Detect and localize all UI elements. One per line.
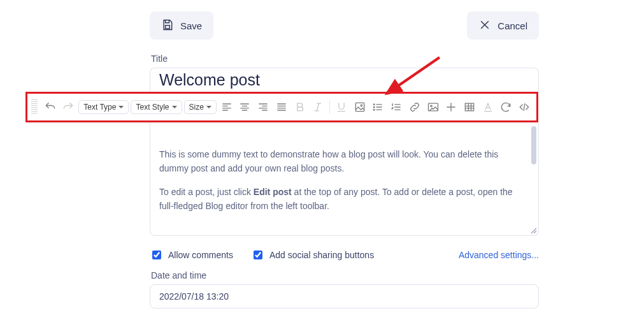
editor-paragraph: To edit a post, just click Edit post at … bbox=[159, 185, 529, 213]
editor-paragraph: This is some dummy text to demonstrate h… bbox=[159, 148, 529, 175]
allow-comments-label: Allow comments bbox=[168, 250, 233, 260]
svg-rect-8 bbox=[465, 103, 473, 111]
add-social-checkbox[interactable]: Add social sharing buttons bbox=[251, 249, 374, 261]
bullet-list-icon[interactable] bbox=[370, 99, 387, 115]
chevron-down-icon bbox=[118, 106, 124, 108]
datetime-input[interactable] bbox=[150, 284, 539, 309]
table-icon[interactable] bbox=[461, 99, 478, 115]
allow-comments-input[interactable] bbox=[152, 251, 161, 259]
link-icon[interactable] bbox=[406, 99, 423, 115]
code-icon[interactable] bbox=[516, 99, 533, 115]
toolbar-separator bbox=[329, 100, 330, 114]
size-dropdown[interactable]: Size bbox=[184, 100, 217, 114]
size-label: Size bbox=[189, 103, 204, 112]
advanced-settings-link[interactable]: Advanced settings... bbox=[459, 250, 539, 260]
scrollbar-thumb[interactable] bbox=[531, 126, 536, 164]
cancel-button[interactable]: Cancel bbox=[467, 11, 539, 40]
top-action-bar: Save Cancel bbox=[150, 11, 539, 40]
add-social-label: Add social sharing buttons bbox=[269, 250, 374, 260]
svg-point-7 bbox=[430, 105, 432, 107]
close-icon bbox=[478, 18, 491, 33]
align-center-icon[interactable] bbox=[237, 99, 254, 115]
title-input[interactable] bbox=[150, 68, 539, 92]
italic-icon[interactable] bbox=[310, 99, 326, 115]
save-icon bbox=[161, 18, 174, 33]
svg-point-3 bbox=[374, 104, 375, 105]
svg-rect-0 bbox=[166, 25, 170, 28]
resize-handle[interactable] bbox=[529, 226, 537, 234]
save-button-label: Save bbox=[180, 20, 202, 31]
editor-body[interactable]: This is some dummy text to demonstrate h… bbox=[150, 122, 539, 236]
numbered-list-icon[interactable] bbox=[388, 99, 404, 115]
align-right-icon[interactable] bbox=[255, 99, 271, 115]
datetime-label: Date and time bbox=[151, 270, 539, 280]
toolbar-grip[interactable] bbox=[31, 99, 38, 115]
cancel-button-label: Cancel bbox=[497, 20, 527, 31]
text-style-dropdown[interactable]: Text Style bbox=[131, 100, 182, 114]
reload-icon[interactable] bbox=[498, 99, 515, 115]
svg-rect-1 bbox=[355, 103, 364, 111]
editor-toolbar: Text Type Text Style Size bbox=[25, 92, 538, 122]
align-justify-icon[interactable] bbox=[273, 99, 290, 115]
image-icon[interactable] bbox=[425, 99, 441, 115]
undo-icon[interactable] bbox=[42, 99, 59, 115]
bold-icon[interactable] bbox=[292, 99, 308, 115]
title-label: Title bbox=[151, 54, 539, 64]
chevron-down-icon bbox=[172, 106, 177, 108]
redo-icon[interactable] bbox=[61, 99, 77, 115]
svg-point-2 bbox=[361, 105, 362, 106]
chevron-down-icon bbox=[206, 106, 211, 108]
svg-point-4 bbox=[374, 106, 375, 108]
underline-icon[interactable] bbox=[333, 99, 350, 115]
save-button[interactable]: Save bbox=[150, 11, 213, 40]
svg-point-5 bbox=[374, 109, 375, 110]
plus-icon[interactable] bbox=[443, 99, 459, 115]
allow-comments-checkbox[interactable]: Allow comments bbox=[150, 249, 233, 261]
align-left-icon[interactable] bbox=[218, 99, 235, 115]
add-social-input[interactable] bbox=[254, 251, 262, 259]
text-style-label: Text Style bbox=[136, 103, 169, 112]
options-row: Allow comments Add social sharing button… bbox=[150, 249, 539, 261]
text-type-label: Text Type bbox=[83, 103, 116, 112]
text-type-dropdown[interactable]: Text Type bbox=[78, 100, 129, 114]
text-color-icon[interactable] bbox=[480, 99, 496, 115]
image-square-icon[interactable] bbox=[352, 99, 368, 115]
